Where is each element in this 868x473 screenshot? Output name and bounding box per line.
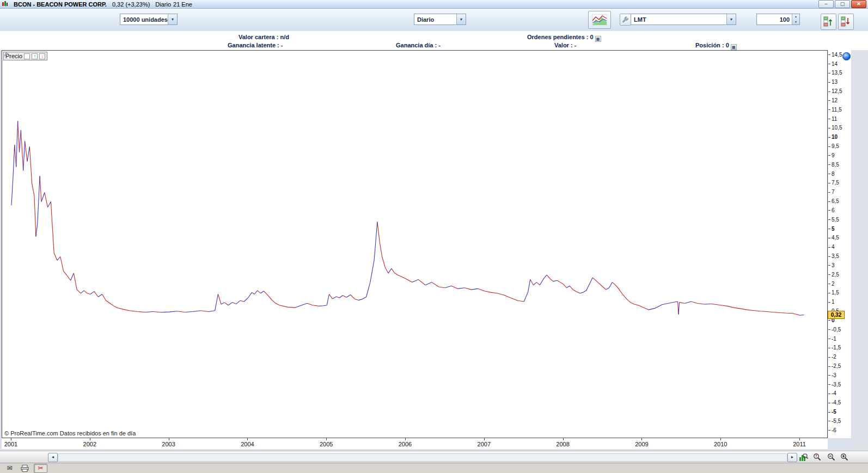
chart-type-button[interactable] [588, 11, 611, 29]
magnifier-arrows-icon [813, 453, 822, 462]
zoom-in-icon [840, 453, 849, 462]
auto-zoom-button[interactable] [797, 452, 809, 462]
zoom-out-button[interactable] [826, 452, 838, 462]
position-count: 0 [726, 42, 729, 48]
order-type-select[interactable]: LMT ▼ [631, 14, 736, 25]
zoom-in-button[interactable] [839, 452, 851, 462]
y-axis-tick [828, 348, 830, 348]
y-axis-label: 10 [832, 134, 838, 140]
chart-scroll-bar: ◄ ► [0, 451, 868, 463]
minimize-button[interactable]: – [818, 0, 834, 8]
chevron-down-icon: ▼ [168, 14, 177, 24]
y-axis-tick [828, 192, 830, 193]
value-item: Valor : - [554, 42, 576, 48]
chart-type-icon [592, 14, 607, 26]
y-axis-label: 12,5 [832, 88, 842, 94]
orders-detail-icon[interactable]: ▦ [595, 36, 601, 42]
y-axis-tick [828, 265, 830, 266]
value-label: Valor : [554, 42, 573, 48]
portfolio-value: Valor cartera : n/d [239, 34, 289, 40]
maximize-button[interactable]: ▢ [835, 0, 850, 8]
y-axis-label: 11 [832, 116, 837, 122]
y-axis-tick [828, 201, 830, 202]
spin-down-icon[interactable]: ▼ [792, 20, 799, 25]
y-axis-tick [828, 421, 830, 421]
period-select-value: Diario [414, 16, 456, 23]
watermark: © ProRealTime.com Datos recibidos en fin… [4, 430, 136, 437]
x-axis-label: 2006 [397, 441, 413, 447]
y-axis-tick [828, 274, 830, 275]
mail-icon[interactable]: ✉ [3, 464, 16, 472]
connection-cut-icon[interactable]: ✂ [34, 464, 47, 473]
value-amount: - [574, 42, 577, 48]
y-axis-label: -5,5 [832, 418, 841, 424]
quantity-arrows[interactable]: ▲ ▼ [792, 14, 799, 24]
x-axis-label: 2004 [239, 441, 255, 447]
latent-gain-label: Ganancia latente : [228, 42, 279, 48]
x-axis-tick [720, 438, 721, 440]
pending-orders: Ordenes pendientes : 0▦ [527, 34, 601, 42]
scroll-track[interactable] [58, 453, 787, 462]
order-ladder-sell-icon [841, 16, 851, 27]
title-period: Diario [155, 1, 171, 8]
quantity-stepper[interactable]: 100 ▲ ▼ [756, 14, 800, 25]
y-axis-tick [828, 91, 830, 92]
spin-up-icon[interactable]: ▲ [792, 14, 799, 20]
y-axis-tick [828, 256, 830, 257]
x-axis: 2001200220032004200520062007200820092010… [2, 438, 828, 449]
buy-order-button[interactable] [821, 14, 836, 30]
scroll-right-button[interactable]: ► [787, 453, 797, 462]
x-axis-label: 2011 [791, 441, 808, 447]
y-axis-tick [828, 82, 830, 83]
close-button[interactable]: ✕ [851, 0, 866, 8]
settings-button[interactable] [620, 14, 631, 26]
y-axis-label: 1 [832, 299, 835, 305]
y-axis-tick [828, 329, 830, 330]
x-axis-label: 2007 [476, 441, 492, 447]
x-axis-label: 2002 [82, 441, 98, 447]
print-icon[interactable] [19, 464, 31, 472]
x-axis-tick [11, 438, 11, 440]
chart-zoom-icon [799, 453, 808, 462]
precio-add-down-icon[interactable]: ↓ [39, 53, 45, 59]
y-axis-label: 7,5 [832, 180, 839, 186]
x-axis-label: 2005 [318, 441, 334, 447]
order-type-value: LMT [631, 16, 726, 23]
y-axis-label: 6 [832, 207, 835, 213]
last-price-badge: 0,32 [828, 311, 845, 319]
realtime-status-icon[interactable]: ◠ [842, 52, 851, 60]
scroll-left-button[interactable]: ◄ [48, 453, 58, 462]
y-axis-label: 13,5 [832, 70, 842, 76]
y-axis-label: 8,5 [832, 162, 839, 168]
y-axis-tick [828, 320, 830, 321]
y-axis-tick [828, 73, 830, 73]
price-axis: 14,51413,51312,51211,51110,5109,598,587,… [828, 50, 851, 438]
precio-settings-icon[interactable] [24, 53, 30, 59]
position-label: Posición : [695, 42, 724, 48]
x-axis-tick [799, 438, 800, 440]
portfolio-value-amount: n/d [280, 34, 289, 40]
price-chart[interactable] [2, 51, 827, 438]
zoom-selection-button[interactable] [811, 452, 823, 462]
y-axis-tick [828, 430, 830, 431]
sell-order-button[interactable] [838, 14, 854, 30]
day-gain: Ganancia día : - [396, 42, 441, 48]
units-select[interactable]: 10000 unidades ▼ [120, 14, 178, 25]
position-detail-icon[interactable]: ▦ [731, 44, 737, 50]
y-axis-label: 14 [832, 61, 838, 67]
x-axis-label: 2008 [555, 441, 571, 447]
x-axis-tick [641, 438, 642, 440]
y-axis-tick [828, 366, 830, 367]
y-axis-tick [828, 229, 830, 229]
y-axis-label: 4 [832, 244, 835, 250]
period-select[interactable]: Diario ▼ [414, 14, 466, 25]
x-axis-label: 2009 [633, 441, 650, 447]
status-bar: ✉ ✂ [0, 463, 868, 473]
precio-add-up-icon[interactable]: ↑ [32, 53, 38, 59]
right-margin-strip [851, 50, 868, 449]
y-axis-label: 12 [832, 97, 838, 103]
y-axis-label: -1 [832, 336, 836, 342]
y-axis-label: 5,5 [832, 217, 839, 223]
quantity-value: 100 [757, 16, 792, 23]
y-axis-label: -5 [832, 409, 836, 415]
